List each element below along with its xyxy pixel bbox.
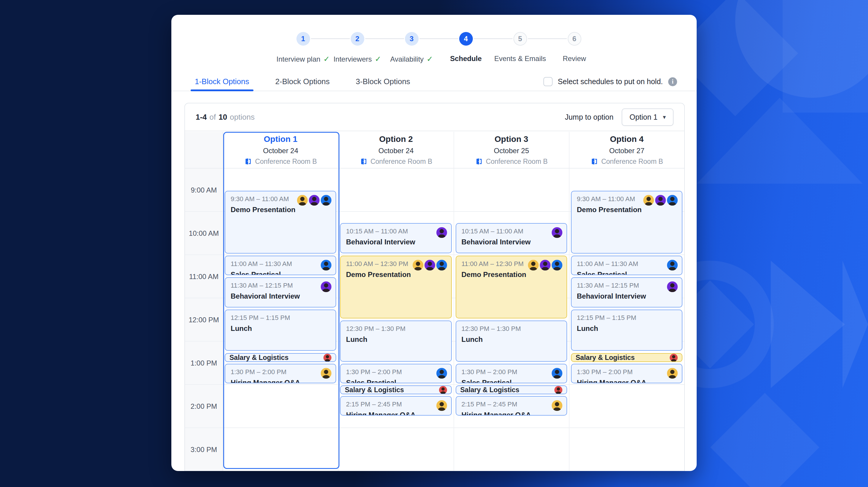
option-column-header[interactable]: Option 4 October 27 Conference Room B bbox=[569, 132, 684, 168]
event-avatars bbox=[643, 195, 678, 205]
event-card[interactable]: 1:30 PM – 2:00 PM Sales Practical bbox=[340, 364, 452, 383]
event-card[interactable]: 9:30 AM – 11:00 AM Demo Presentation bbox=[571, 191, 682, 254]
option-column-header[interactable]: Option 1 October 24 Conference Room B bbox=[223, 132, 339, 168]
event-card[interactable]: 11:00 AM – 11:30 AM Sales Practical bbox=[225, 256, 336, 275]
event-card[interactable]: 10:15 AM – 11:00 AM Behavioral Interview bbox=[340, 223, 452, 253]
event-card[interactable]: Salary & Logistics bbox=[571, 353, 682, 362]
event-card[interactable]: 12:30 PM – 1:30 PM Lunch bbox=[340, 321, 452, 362]
building-icon bbox=[244, 158, 252, 165]
interviewer-avatar-red bbox=[323, 354, 332, 362]
event-title: Demo Presentation bbox=[577, 205, 677, 214]
event-card[interactable]: 11:30 AM – 12:15 PM Behavioral Interview bbox=[225, 277, 336, 307]
event-avatars bbox=[667, 282, 678, 292]
background-pattern-shape bbox=[842, 261, 868, 388]
interviewer-avatar-blue bbox=[552, 260, 562, 270]
event-avatars bbox=[552, 368, 562, 379]
stepper-step-circle: 1 bbox=[297, 32, 310, 45]
interviewer-avatar-yellow bbox=[413, 260, 423, 270]
interviewer-avatar-yellow bbox=[552, 400, 562, 411]
checkmark-icon: ✓ bbox=[375, 55, 381, 64]
interviewer-avatar-yellow bbox=[528, 260, 539, 270]
event-avatars bbox=[528, 260, 562, 270]
event-time: 12:15 PM – 1:15 PM bbox=[577, 314, 677, 322]
stepper-step[interactable]: 5 Events & Emails bbox=[493, 32, 547, 64]
interviewer-avatar-purple bbox=[321, 282, 332, 292]
stepper-step-label: Availability ✓ bbox=[390, 55, 433, 64]
event-card[interactable]: 12:30 PM – 1:30 PM Lunch bbox=[456, 321, 567, 362]
event-avatars bbox=[436, 368, 447, 379]
event-card[interactable]: 12:15 PM – 1:15 PM Lunch bbox=[225, 310, 336, 351]
tab-block-options[interactable]: 1-Block Options bbox=[195, 72, 249, 91]
stepper-step-circle: 4 bbox=[459, 32, 473, 45]
checkmark-icon: ✓ bbox=[427, 55, 433, 64]
event-title: Salary & Logistics bbox=[345, 386, 404, 394]
option-select-value: Option 1 bbox=[629, 113, 657, 122]
stepper-step[interactable]: 1 Interview plan ✓ bbox=[276, 32, 330, 64]
option-select-dropdown[interactable]: Option 1 ▾ bbox=[622, 108, 674, 126]
grid-body: 9:00 AM 10:00 AM 11:00 AM 12:00 PM 1:00 … bbox=[185, 168, 684, 471]
event-card[interactable]: 11:30 AM – 12:15 PM Behavioral Interview bbox=[571, 277, 682, 307]
tab-block-options[interactable]: 2-Block Options bbox=[275, 72, 330, 91]
hold-checkbox[interactable] bbox=[544, 77, 553, 86]
interviewer-avatar-blue bbox=[667, 260, 678, 270]
time-label: 9:00 AM bbox=[185, 168, 223, 212]
stepper-step[interactable]: 4 Schedule bbox=[439, 32, 493, 64]
stepper-step[interactable]: 6 Review bbox=[547, 32, 601, 64]
event-card[interactable]: Salary & Logistics bbox=[456, 385, 567, 394]
interviewer-avatar-purple bbox=[540, 260, 551, 270]
stepper-step-circle: 2 bbox=[351, 32, 364, 45]
event-card[interactable]: 1:30 PM – 2:00 PM Sales Practical bbox=[456, 364, 567, 383]
option-title: Option 4 bbox=[610, 134, 644, 144]
hold-control: Select schedules to put on hold. i bbox=[544, 77, 677, 86]
interviewer-avatar-red bbox=[439, 386, 447, 394]
event-card[interactable]: 11:00 AM – 12:30 PM Demo Presentation bbox=[340, 256, 452, 319]
event-title: Lunch bbox=[230, 324, 330, 333]
hold-label: Select schedules to put on hold. bbox=[558, 77, 663, 86]
event-title: Behavioral Interview bbox=[577, 292, 677, 300]
stepper-step-circle: 6 bbox=[568, 32, 581, 45]
stepper-step-label: Interviewers ✓ bbox=[334, 55, 381, 64]
event-card[interactable]: 11:00 AM – 12:30 PM Demo Presentation bbox=[456, 256, 567, 319]
time-label: 1:00 PM bbox=[185, 342, 223, 385]
event-card[interactable]: 2:15 PM – 2:45 PM Hiring Manager Q&A bbox=[340, 396, 452, 416]
stepper-step-label: Events & Emails bbox=[494, 55, 546, 63]
event-card[interactable]: 10:15 AM – 11:00 AM Behavioral Interview bbox=[456, 223, 567, 253]
event-card[interactable]: 9:30 AM – 11:00 AM Demo Presentation bbox=[225, 191, 336, 254]
event-time: 2:15 PM – 2:45 PM bbox=[462, 400, 561, 408]
building-icon bbox=[475, 158, 483, 165]
stepper-step[interactable]: 3 Availability ✓ bbox=[384, 32, 439, 64]
event-avatars bbox=[436, 227, 447, 238]
jump-label: Jump to option bbox=[565, 113, 613, 122]
event-title: Demo Presentation bbox=[462, 270, 561, 279]
event-avatars bbox=[323, 354, 332, 362]
event-title: Demo Presentation bbox=[346, 270, 445, 279]
event-card[interactable]: 1:30 PM – 2:00 PM Hiring Manager Q&A bbox=[225, 364, 336, 383]
tab-block-options[interactable]: 3-Block Options bbox=[356, 72, 410, 91]
event-card[interactable]: Salary & Logistics bbox=[225, 353, 336, 362]
interviewer-avatar-blue bbox=[552, 368, 562, 379]
interviewer-avatar-red bbox=[670, 354, 678, 362]
time-label: 12:00 PM bbox=[185, 298, 223, 342]
event-card[interactable]: 2:15 PM – 2:45 PM Hiring Manager Q&A bbox=[456, 396, 567, 416]
stepper-step-number: 6 bbox=[572, 35, 576, 43]
event-card[interactable]: 12:15 PM – 1:15 PM Lunch bbox=[571, 310, 682, 351]
option-day-column: 9:30 AM – 11:00 AM Demo Presentation 11:… bbox=[223, 168, 339, 471]
info-icon[interactable]: i bbox=[668, 77, 677, 86]
event-avatars bbox=[552, 227, 562, 238]
stepper: 1 Interview plan ✓ 2 Interviewers ✓ 3 Av… bbox=[172, 32, 696, 64]
event-card[interactable]: 11:00 AM – 11:30 AM Sales Practical bbox=[571, 256, 682, 275]
event-time: 1:30 PM – 2:00 PM bbox=[230, 368, 330, 376]
event-time: 12:30 PM – 1:30 PM bbox=[346, 325, 445, 333]
time-label: 11:00 AM bbox=[185, 255, 223, 298]
event-card[interactable]: Salary & Logistics bbox=[340, 385, 452, 394]
event-title: Behavioral Interview bbox=[230, 292, 330, 300]
options-header: 1-4 of 10 options Jump to option Option … bbox=[185, 103, 684, 131]
stepper-step[interactable]: 2 Interviewers ✓ bbox=[330, 32, 384, 64]
option-day-column: 10:15 AM – 11:00 AM Behavioral Interview… bbox=[339, 168, 454, 471]
event-title: Sales Practical bbox=[346, 379, 445, 383]
event-title: Sales Practical bbox=[230, 270, 330, 275]
event-card[interactable]: 1:30 PM – 2:00 PM Hiring Manager Q&A bbox=[571, 364, 682, 383]
range-current: 1-4 bbox=[196, 112, 207, 122]
option-column-header[interactable]: Option 2 October 24 Conference Room B bbox=[339, 132, 454, 168]
option-column-header[interactable]: Option 3 October 25 Conference Room B bbox=[454, 132, 569, 168]
